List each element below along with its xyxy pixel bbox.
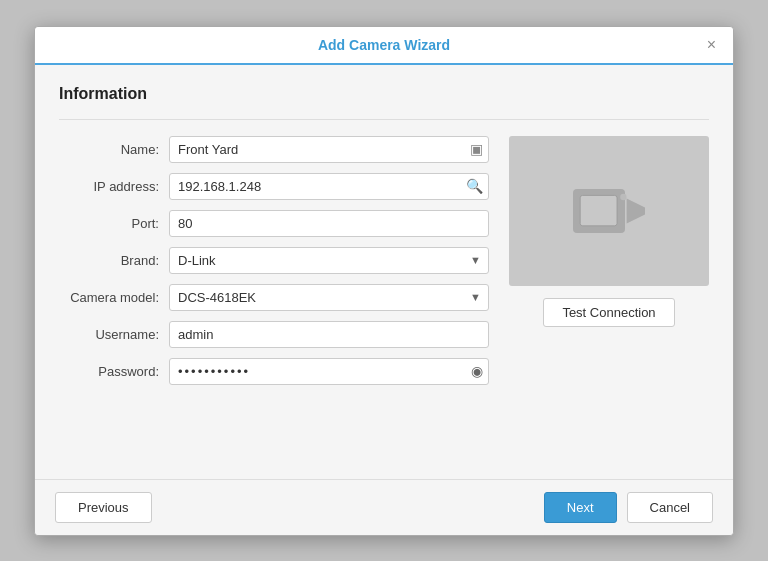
title-bar: Add Camera Wizard × <box>35 27 733 65</box>
password-row: Password: ◉ <box>59 358 489 385</box>
previous-button[interactable]: Previous <box>55 492 152 523</box>
username-row: Username: <box>59 321 489 348</box>
svg-point-2 <box>620 193 626 199</box>
port-input-wrap <box>169 210 489 237</box>
username-input-wrap <box>169 321 489 348</box>
port-row: Port: <box>59 210 489 237</box>
password-reveal-icon[interactable]: ◉ <box>471 363 483 379</box>
divider <box>59 119 709 120</box>
model-select[interactable]: DCS-4618EK DCS-2132L DCS-935L <box>169 284 489 311</box>
brand-label: Brand: <box>59 253 169 268</box>
name-input-wrap: ▣ <box>169 136 489 163</box>
dialog-footer: Previous Next Cancel <box>35 479 733 535</box>
ip-input-wrap: 🔍 <box>169 173 489 200</box>
camera-preview-box <box>509 136 709 286</box>
name-row: Name: ▣ <box>59 136 489 163</box>
test-connection-button[interactable]: Test Connection <box>543 298 674 327</box>
ip-label: IP address: <box>59 179 169 194</box>
cancel-button[interactable]: Cancel <box>627 492 713 523</box>
camera-preview-icon <box>569 181 649 241</box>
svg-rect-1 <box>580 195 617 225</box>
model-select-wrap: DCS-4618EK DCS-2132L DCS-935L ▼ <box>169 284 489 311</box>
password-input[interactable] <box>169 358 489 385</box>
model-label: Camera model: <box>59 290 169 305</box>
dialog-content: Information Name: ▣ IP address: <box>35 65 733 479</box>
footer-left: Previous <box>55 492 152 523</box>
port-label: Port: <box>59 216 169 231</box>
password-label: Password: <box>59 364 169 379</box>
add-camera-dialog: Add Camera Wizard × Information Name: ▣ … <box>34 26 734 536</box>
next-button[interactable]: Next <box>544 492 617 523</box>
dialog-title: Add Camera Wizard <box>318 37 450 53</box>
ip-row: IP address: 🔍 <box>59 173 489 200</box>
username-input[interactable] <box>169 321 489 348</box>
brand-row: Brand: D-Link Axis Hikvision Dahua Other… <box>59 247 489 274</box>
camera-preview-area: Test Connection <box>509 136 709 395</box>
name-input[interactable] <box>169 136 489 163</box>
ip-input[interactable] <box>169 173 489 200</box>
form-area: Name: ▣ IP address: 🔍 Port: <box>59 136 709 395</box>
name-label: Name: <box>59 142 169 157</box>
svg-marker-3 <box>627 198 645 223</box>
close-button[interactable]: × <box>702 35 721 55</box>
username-label: Username: <box>59 327 169 342</box>
port-input[interactable] <box>169 210 489 237</box>
password-input-wrap: ◉ <box>169 358 489 385</box>
brand-select[interactable]: D-Link Axis Hikvision Dahua Other <box>169 247 489 274</box>
section-title: Information <box>59 85 709 103</box>
brand-select-wrap: D-Link Axis Hikvision Dahua Other ▼ <box>169 247 489 274</box>
model-row: Camera model: DCS-4618EK DCS-2132L DCS-9… <box>59 284 489 311</box>
form-fields: Name: ▣ IP address: 🔍 Port: <box>59 136 489 395</box>
footer-right: Next Cancel <box>544 492 713 523</box>
